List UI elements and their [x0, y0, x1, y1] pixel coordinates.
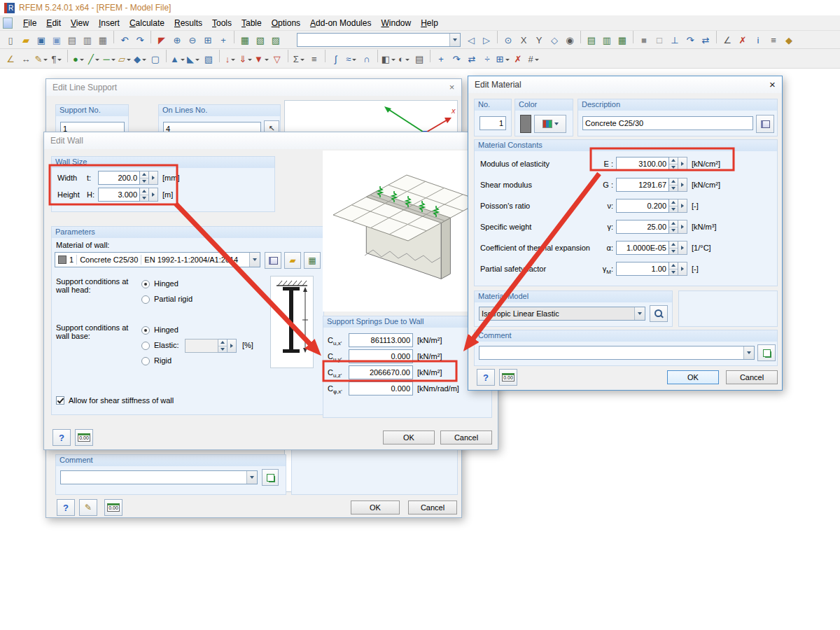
- material-library-button[interactable]: [265, 252, 281, 269]
- printout-report-icon[interactable]: ▦: [96, 34, 110, 48]
- comment-copy-button[interactable]: [757, 344, 776, 361]
- width-spinner[interactable]: [140, 171, 149, 185]
- spinner[interactable]: [669, 178, 678, 192]
- results-icon[interactable]: ≈: [344, 52, 358, 66]
- spring-cuy-input[interactable]: 0.000: [349, 349, 413, 363]
- nodal-load-icon[interactable]: ↓: [223, 52, 237, 66]
- nodal-support-icon[interactable]: ▲: [170, 52, 185, 66]
- render-wire-icon[interactable]: □: [652, 34, 666, 48]
- opening-icon[interactable]: ▢: [148, 52, 162, 66]
- cancel-button[interactable]: Cancel: [726, 370, 778, 384]
- height-spinner[interactable]: [140, 188, 149, 202]
- spinner[interactable]: [669, 199, 678, 213]
- user-profile-icon[interactable]: ▤: [412, 52, 426, 66]
- render-solid-icon[interactable]: ■: [637, 34, 651, 48]
- cancel-button[interactable]: Cancel: [440, 430, 492, 444]
- detail-button[interactable]: [678, 157, 687, 171]
- undo-icon[interactable]: ↶: [118, 34, 132, 48]
- axes-y-icon[interactable]: Y: [532, 34, 546, 48]
- menu-table[interactable]: Table: [237, 16, 267, 30]
- comment-copy-button[interactable]: [262, 469, 279, 486]
- section-icon[interactable]: ◧: [382, 52, 396, 66]
- show-axes-icon[interactable]: ⊥: [668, 34, 682, 48]
- edit-units-button[interactable]: ✎: [79, 499, 97, 516]
- specific-weight-input[interactable]: 25.00: [616, 220, 669, 234]
- detail-button[interactable]: [678, 220, 687, 234]
- material-model-select[interactable]: Isotropic Linear Elastic: [479, 307, 645, 321]
- shear-stiffness-checkbox[interactable]: [56, 396, 64, 405]
- spinner[interactable]: [669, 220, 678, 234]
- comment-tool-icon[interactable]: ¶: [50, 52, 64, 66]
- chevron-down-icon[interactable]: [634, 307, 645, 320]
- mirror-icon[interactable]: ⇄: [465, 52, 479, 66]
- menu-help[interactable]: Help: [416, 16, 443, 30]
- menu-insert[interactable]: Insert: [94, 16, 125, 30]
- detail-button[interactable]: [678, 262, 687, 276]
- show-tables-icon[interactable]: ▦: [238, 34, 252, 48]
- forward-view-icon[interactable]: ▷: [479, 34, 493, 48]
- color-picker-button[interactable]: [534, 115, 566, 133]
- material-library-button[interactable]: [756, 115, 774, 133]
- zoom-out-icon[interactable]: ⊖: [186, 34, 200, 48]
- load-case-icon[interactable]: Σ: [292, 52, 306, 66]
- width-input[interactable]: 200.0: [98, 171, 140, 185]
- combinations-icon[interactable]: ≡: [307, 52, 321, 66]
- solid-icon[interactable]: ◆: [133, 52, 147, 66]
- edit-tables-icon[interactable]: ▧: [253, 34, 267, 48]
- table-export-icon[interactable]: ▦: [615, 34, 629, 48]
- decimal-places-button[interactable]: 0.00: [75, 429, 93, 446]
- thermal-expansion-input[interactable]: 1.0000E-05: [616, 241, 669, 255]
- help-button[interactable]: ?: [52, 429, 71, 446]
- description-input[interactable]: Concrete C25/30: [582, 116, 753, 130]
- edit-material-button[interactable]: ▦: [304, 252, 321, 269]
- new-material-button[interactable]: ▰: [284, 252, 301, 269]
- renumber-icon[interactable]: #: [526, 52, 540, 66]
- base-elastic-radio[interactable]: [141, 342, 150, 350]
- detail-button[interactable]: [678, 178, 687, 192]
- open-model-icon[interactable]: ▰: [19, 34, 33, 48]
- dimension-icon[interactable]: ↔: [19, 52, 33, 66]
- color-swatch[interactable]: [520, 115, 531, 133]
- annotation-icon[interactable]: ✎: [34, 52, 48, 66]
- delete-icon[interactable]: ✗: [511, 52, 525, 66]
- table-layout-icon[interactable]: ▤: [584, 34, 598, 48]
- width-detail-button[interactable]: [149, 171, 158, 185]
- help-button[interactable]: ?: [57, 499, 75, 516]
- guide-corner-icon[interactable]: ◤: [155, 34, 169, 48]
- zoom-in-icon[interactable]: ⊕: [170, 34, 184, 48]
- edit-wall-titlebar[interactable]: Edit Wall: [44, 132, 498, 149]
- chevron-down-icon[interactable]: [246, 471, 257, 484]
- pan-icon[interactable]: +: [216, 34, 230, 48]
- cancel-button[interactable]: Cancel: [408, 500, 457, 514]
- modulus-elasticity-input[interactable]: 3100.00: [616, 157, 669, 171]
- material-no-input[interactable]: 1: [479, 116, 506, 130]
- surface-icon[interactable]: ▱: [118, 52, 132, 66]
- line-support-icon[interactable]: ◣: [186, 52, 200, 66]
- help-button[interactable]: ?: [477, 369, 495, 386]
- height-input[interactable]: 3.000: [98, 188, 140, 202]
- shear-modulus-input[interactable]: 1291.67: [616, 178, 669, 192]
- member-load-icon[interactable]: ⇓: [239, 52, 253, 66]
- elastic-detail-button[interactable]: [227, 339, 237, 353]
- close-icon[interactable]: ×: [446, 81, 458, 93]
- edit-line-support-titlebar[interactable]: Edit Line Support: [46, 79, 461, 96]
- ok-button[interactable]: OK: [383, 430, 435, 444]
- partial-safety-factor-input[interactable]: 1.00: [616, 262, 669, 276]
- table-filter-icon[interactable]: ▥: [600, 34, 614, 48]
- guideline-icon[interactable]: ∠: [4, 52, 18, 66]
- back-view-icon[interactable]: ◁: [464, 34, 478, 48]
- decimal-places-button[interactable]: 0.00: [104, 499, 122, 516]
- material-combo[interactable]: 1 Concrete C25/30 EN 1992-1-1:2004/A1:20…: [55, 252, 260, 267]
- visibility-icon[interactable]: ◐: [397, 52, 411, 66]
- new-model-icon[interactable]: ▯: [4, 34, 18, 48]
- poisson-ratio-input[interactable]: 0.200: [616, 199, 669, 213]
- menu-results[interactable]: Results: [169, 16, 207, 30]
- material-model-detail-button[interactable]: [650, 305, 668, 322]
- menu-window[interactable]: Window: [376, 16, 416, 30]
- ok-button[interactable]: OK: [667, 370, 719, 384]
- deformation-icon[interactable]: ∩: [360, 52, 374, 66]
- decimal-places-button[interactable]: 0.00: [499, 369, 517, 386]
- rotate-icon[interactable]: ↷: [449, 52, 463, 66]
- spinner[interactable]: [669, 241, 678, 255]
- calculate-icon[interactable]: ∫: [329, 52, 343, 66]
